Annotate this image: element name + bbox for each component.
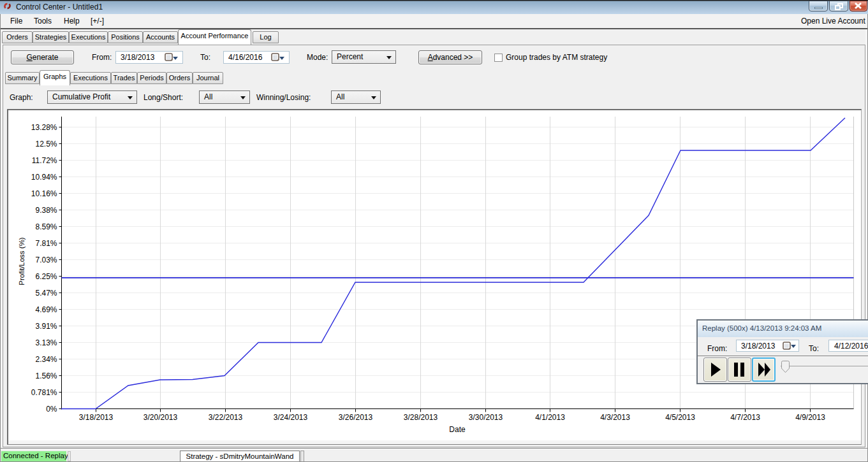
svg-text:4.69%: 4.69%	[35, 305, 57, 314]
svg-text:5.47%: 5.47%	[35, 289, 57, 298]
svg-text:4/9/2013: 4/9/2013	[795, 413, 825, 422]
svg-text:6.25%: 6.25%	[35, 272, 57, 281]
svg-text:9.38%: 9.38%	[35, 206, 57, 215]
svg-text:3.91%: 3.91%	[35, 322, 57, 331]
svg-text:7.81%: 7.81%	[35, 239, 57, 248]
svg-text:10.16%: 10.16%	[31, 189, 57, 198]
svg-text:3/24/2013: 3/24/2013	[274, 413, 308, 422]
svg-text:12.5%: 12.5%	[35, 140, 57, 148]
svg-text:Profit/Loss (%): Profit/Loss (%)	[18, 237, 26, 285]
svg-text:Date: Date	[449, 425, 466, 434]
svg-text:13.28%: 13.28%	[31, 123, 57, 132]
svg-text:3/30/2013: 3/30/2013	[469, 413, 503, 422]
svg-text:3/20/2013: 3/20/2013	[143, 413, 178, 422]
svg-text:7.03%: 7.03%	[35, 256, 57, 264]
svg-text:3/18/2013: 3/18/2013	[79, 413, 114, 422]
svg-text:0%: 0%	[46, 405, 57, 414]
svg-text:11.72%: 11.72%	[32, 156, 57, 165]
svg-text:8.59%: 8.59%	[35, 222, 57, 231]
svg-text:10.94%: 10.94%	[31, 173, 57, 182]
svg-text:1.56%: 1.56%	[35, 372, 57, 380]
svg-text:4/3/2013: 4/3/2013	[600, 413, 630, 422]
svg-text:0.781%: 0.781%	[31, 388, 57, 397]
svg-text:3/26/2013: 3/26/2013	[339, 413, 373, 422]
svg-text:4/1/2013: 4/1/2013	[535, 413, 565, 422]
svg-text:3.13%: 3.13%	[35, 338, 57, 347]
svg-text:3/28/2013: 3/28/2013	[404, 413, 438, 422]
svg-text:2.34%: 2.34%	[35, 355, 57, 364]
svg-text:3/22/2013: 3/22/2013	[209, 413, 243, 422]
svg-text:4/7/2013: 4/7/2013	[730, 413, 760, 422]
svg-text:4/5/2013: 4/5/2013	[665, 413, 695, 422]
